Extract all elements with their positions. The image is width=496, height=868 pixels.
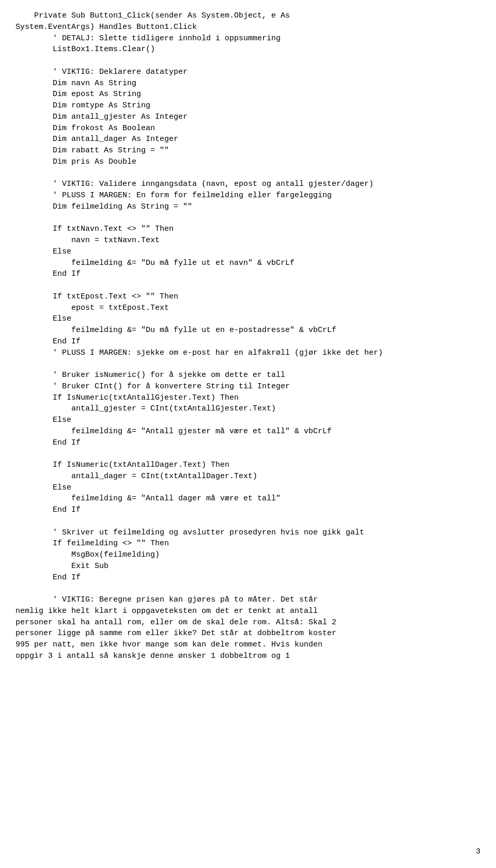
page-number: 3 (476, 846, 481, 858)
code-content: Private Sub Button1_Click(sender As Syst… (16, 10, 481, 662)
code-text: Private Sub Button1_Click(sender As Syst… (16, 10, 481, 662)
